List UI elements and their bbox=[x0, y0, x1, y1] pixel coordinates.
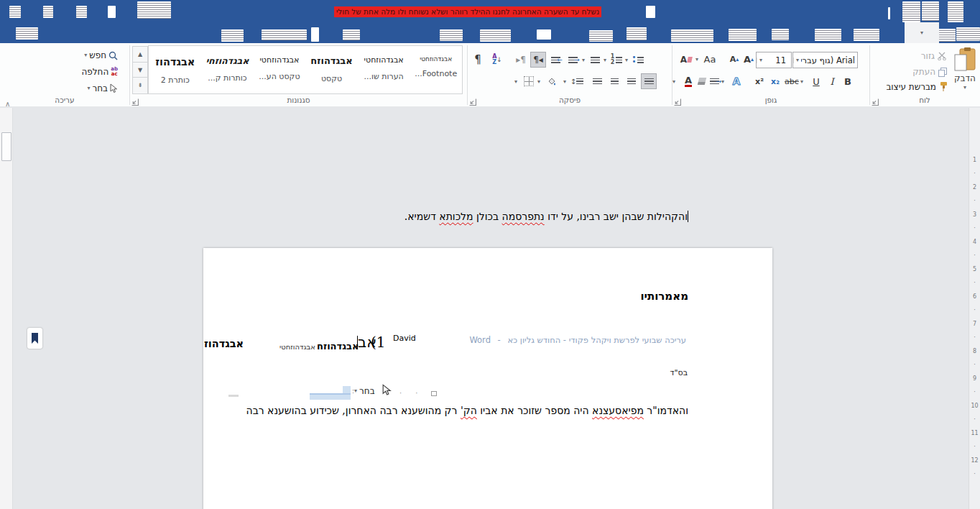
styles-more-button[interactable]: ⇟ bbox=[132, 77, 148, 94]
vruler-tick: · bbox=[969, 389, 980, 395]
grow-font-glyph: A bbox=[744, 54, 751, 65]
copy-icon bbox=[938, 68, 947, 77]
borders-icon bbox=[524, 76, 534, 86]
chevron-down-icon[interactable] bbox=[604, 58, 606, 63]
chevron-down-icon[interactable] bbox=[625, 58, 628, 63]
style-item[interactable]: אבגדהוזכותרת 2 bbox=[149, 46, 201, 93]
text-run: בכולן bbox=[473, 211, 502, 222]
bookmark-marker[interactable] bbox=[27, 328, 42, 349]
styles-group-label: סגנונות bbox=[130, 96, 467, 104]
select-button[interactable]: בחר bbox=[70, 83, 118, 93]
chevron-down-icon[interactable] bbox=[514, 79, 517, 85]
header-fragment-text: עריכה שבועי לפרשת ויקהל פקודי - החודש גל… bbox=[507, 335, 686, 345]
text-effects-button[interactable]: A bbox=[729, 73, 744, 89]
justify-button[interactable] bbox=[589, 73, 605, 89]
replace-button[interactable]: abac החלפה bbox=[70, 67, 118, 77]
caret-up-icon bbox=[751, 57, 754, 63]
styles-scroll-up[interactable]: ▲ bbox=[132, 46, 148, 63]
highlight-color-button[interactable] bbox=[695, 73, 708, 89]
chevron-down-icon[interactable] bbox=[721, 79, 724, 85]
document-workspace bbox=[0, 106, 980, 509]
ltr-direction-button[interactable]: → bbox=[708, 73, 723, 89]
show-marks-button[interactable]: ¶ bbox=[470, 52, 486, 68]
font-color-glyph: A bbox=[685, 75, 692, 88]
underline-button[interactable]: U bbox=[809, 73, 823, 89]
bold-glyph: B bbox=[844, 76, 851, 87]
find-label: חפש bbox=[89, 50, 106, 60]
chevron-down-icon[interactable] bbox=[695, 57, 698, 63]
paragraph-dialog-launcher[interactable] bbox=[469, 98, 476, 106]
style-item[interactable]: אבגדהוזחטקסט bbox=[305, 46, 358, 93]
vruler-number: 3 bbox=[969, 211, 980, 218]
style-item[interactable]: אבגדהוזחיכותרות ק... bbox=[201, 46, 254, 93]
document-page[interactable] bbox=[203, 248, 772, 509]
ltr-pilcrow-icon: ▸¶ bbox=[516, 55, 526, 65]
vertical-scrollbar[interactable] bbox=[0, 108, 13, 509]
find-button[interactable]: חפש bbox=[70, 50, 118, 60]
vruler-number: 9 bbox=[969, 375, 980, 382]
pilcrow-icon: ¶ bbox=[474, 53, 481, 66]
text-run: והאדמו"ר bbox=[644, 405, 688, 416]
vruler-number: 12 bbox=[969, 457, 980, 464]
bold-button[interactable]: B bbox=[841, 73, 855, 89]
vruler-number: 2 bbox=[969, 184, 980, 191]
cut-button[interactable]: גזור bbox=[921, 51, 947, 61]
numbered-list-button[interactable]: 12 bbox=[609, 52, 624, 68]
sort-button[interactable]: AZ ↓ bbox=[489, 52, 506, 68]
shrink-font-button[interactable]: A bbox=[727, 52, 741, 67]
paste-button[interactable]: הדבק bbox=[950, 46, 980, 92]
clear-formatting-button[interactable]: A bbox=[678, 52, 694, 67]
rtl-paragraph-button[interactable]: ¶◂ bbox=[530, 52, 546, 68]
style-item[interactable]: אבגדהוזחטיFootnote... bbox=[410, 46, 462, 93]
bulleted-list-button[interactable]: •• bbox=[631, 52, 645, 68]
shrink-font-glyph: A bbox=[730, 55, 736, 64]
style-item[interactable]: אבגדהוזחטיטקסט הע... bbox=[254, 46, 306, 93]
increase-indent-button[interactable]: → bbox=[566, 52, 582, 68]
styles-dialog-launcher[interactable] bbox=[131, 98, 139, 106]
decrease-indent-button[interactable]: ← bbox=[549, 52, 565, 68]
align-right-button[interactable] bbox=[641, 73, 657, 89]
ltr-paragraph-button[interactable]: ▸¶ bbox=[513, 52, 529, 68]
copy-button[interactable]: העתק bbox=[912, 67, 947, 77]
font-name-combo[interactable]: Arial (גוף עברי) bbox=[792, 52, 858, 68]
borders-button[interactable] bbox=[522, 73, 536, 89]
align-center-button[interactable] bbox=[606, 73, 622, 89]
font-dialog-launcher[interactable] bbox=[674, 98, 681, 106]
chevron-down-icon[interactable] bbox=[800, 79, 803, 85]
multilevel-list-button[interactable] bbox=[588, 52, 602, 68]
line-spacing-button[interactable]: ↕ bbox=[569, 73, 585, 89]
grow-font-button[interactable]: A bbox=[741, 52, 756, 67]
arrow-left-icon: ← bbox=[557, 56, 563, 63]
style-preview-fragment-small: אבגדהוזחטי bbox=[279, 343, 315, 351]
italic-button[interactable]: I bbox=[825, 73, 839, 89]
chevron-down-icon[interactable] bbox=[672, 79, 675, 85]
chevron-down-icon[interactable] bbox=[582, 58, 585, 63]
font-size-combo[interactable]: 11 bbox=[756, 52, 792, 68]
chevron-down-icon[interactable] bbox=[563, 79, 566, 85]
doc-line-2: והאדמו"ר מפיאסעצנא היה מספר שזוכר את אבי… bbox=[246, 405, 689, 416]
change-case-glyph: Aa bbox=[704, 54, 716, 65]
font-color-button[interactable]: A bbox=[681, 73, 695, 89]
scrollbar-thumb[interactable] bbox=[1, 132, 11, 161]
clipboard-dialog-launcher[interactable] bbox=[872, 98, 879, 106]
replace-icon: abac bbox=[111, 67, 118, 77]
format-painter-button[interactable]: מברשת עיצוב bbox=[886, 82, 948, 92]
cut-label: גזור bbox=[921, 51, 935, 61]
shading-button[interactable] bbox=[543, 73, 559, 89]
chevron-down-icon[interactable] bbox=[537, 79, 540, 85]
style-item[interactable]: אבגדהוזחטיהערות שו... bbox=[358, 46, 410, 93]
subscript-button[interactable]: x₂ bbox=[767, 73, 783, 89]
align-left-button[interactable] bbox=[624, 73, 639, 89]
styles-scroll-down[interactable]: ▼ bbox=[132, 62, 148, 79]
strikethrough-button[interactable]: abc bbox=[783, 73, 800, 89]
text-cursor bbox=[688, 211, 688, 222]
floating-select-button[interactable]: בחר bbox=[354, 386, 375, 396]
change-case-button[interactable]: Aa bbox=[701, 52, 718, 67]
glitch-box bbox=[888, 7, 890, 19]
style-preview-fragment-bold: אבגדהוזח bbox=[317, 341, 359, 352]
superscript-button[interactable]: x² bbox=[752, 73, 767, 89]
style-name: Footnote... bbox=[410, 69, 462, 78]
selected-tab-glitch[interactable] bbox=[905, 22, 939, 43]
chevron-down-icon bbox=[920, 30, 923, 36]
caret-up-icon bbox=[736, 57, 739, 63]
